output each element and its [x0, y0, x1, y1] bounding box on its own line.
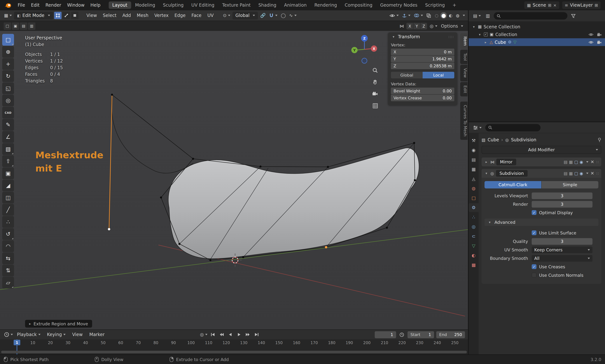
bevel-weight-field[interactable]: Bevel Weight0.00 — [391, 88, 454, 94]
tool-cad-sketcher[interactable]: CAD — [2, 107, 14, 118]
properties-tab-modifiers-icon[interactable]: ⚙ — [469, 203, 479, 212]
delete-modifier-icon[interactable]: ✕ — [591, 171, 594, 176]
transform-panel-header[interactable]: ▾ Transform ∷∷ — [388, 32, 457, 41]
display-oncage-icon[interactable]: ▦ — [569, 171, 573, 176]
expand-icon[interactable]: ▾ — [478, 33, 482, 36]
menu-window[interactable]: Window — [64, 1, 87, 9]
collection-checkbox[interactable]: ✓ — [484, 32, 488, 37]
timeline-menu-view[interactable]: View — [69, 330, 86, 338]
tool-edge-slide[interactable]: ⇆ — [2, 252, 14, 264]
vertex-z-field[interactable]: Z0.28538 m — [391, 63, 454, 69]
viewport-menu-vertex[interactable]: Vertex — [151, 12, 172, 20]
sidebar-tab-view[interactable]: View — [460, 65, 468, 81]
select-mode-extend-icon[interactable]: ▣ — [12, 22, 19, 30]
tool-bevel[interactable]: ◢ — [2, 180, 14, 191]
snap-magnet-icon[interactable] — [268, 12, 278, 19]
timeline-menu-keying[interactable]: Keying — [44, 330, 69, 338]
tool-loop-cut[interactable]: ◫ — [2, 192, 14, 204]
workspace-tab-modeling[interactable]: Modeling — [131, 1, 159, 9]
next-keyframe-button[interactable] — [244, 331, 252, 338]
catmull-clark-button[interactable]: Catmull-Clark — [484, 181, 542, 188]
snap-target-icon[interactable]: 🔗 — [259, 12, 267, 19]
snap-falloff-icon[interactable]: ◎ — [428, 22, 438, 30]
viewport-menu-uv[interactable]: UV — [205, 12, 217, 20]
properties-tab-render-icon[interactable]: ◉ — [469, 146, 479, 155]
select-mode-edge-button[interactable] — [62, 12, 70, 19]
tool-transform[interactable]: ◎ — [2, 95, 14, 106]
mirror-z-button[interactable]: Z — [420, 23, 427, 29]
space-global-button[interactable]: Global — [391, 72, 423, 78]
new-scene-icon[interactable]: ⊞ — [548, 3, 551, 8]
timeline-editor-icon[interactable] — [3, 331, 14, 338]
tool-scale[interactable]: ◱ — [2, 82, 14, 94]
display-oncage-icon[interactable]: ▦ — [569, 159, 573, 164]
display-editmode-icon[interactable]: ▤ — [564, 159, 567, 164]
tool-spin[interactable]: ↺ — [2, 228, 14, 240]
xray-toggle-icon[interactable] — [425, 12, 432, 19]
outliner-row-cube[interactable]: ▸ △ Cube ⚙ ▽ — [469, 38, 605, 46]
workspace-tab-geometry-nodes[interactable]: Geometry Nodes — [376, 1, 421, 9]
properties-tab-data-icon[interactable]: ▽ — [469, 241, 479, 250]
filter-icon[interactable] — [570, 12, 577, 20]
workspace-tab-rendering[interactable]: Rendering — [311, 1, 341, 9]
uv-smooth-dropdown[interactable]: Keep Corners — [532, 247, 592, 253]
orthographic-toggle-icon[interactable] — [371, 102, 379, 110]
transform-pivot-icon[interactable]: ⊙ — [222, 12, 231, 19]
play-button[interactable] — [235, 331, 243, 338]
disable-render-camera-icon[interactable] — [597, 40, 602, 44]
expand-icon[interactable]: ▸ — [483, 40, 488, 44]
sidebar-tab-tool[interactable]: Tool — [460, 50, 468, 64]
viewport-menu-face[interactable]: Face — [189, 12, 204, 20]
timeline-menu-marker[interactable]: Marker — [86, 330, 108, 338]
sidebar-tab-item[interactable]: Item — [460, 33, 468, 49]
panel-grip-icon[interactable]: ∷∷ — [449, 35, 454, 39]
shading-rendered-icon[interactable]: ◍ — [454, 12, 461, 19]
select-mode-subtract-icon[interactable]: ▤ — [20, 22, 27, 30]
use-limit-surface-checkbox[interactable]: ✓ — [532, 230, 536, 235]
display-render-icon[interactable]: ◉ — [579, 159, 583, 164]
timeline-ruler[interactable]: 1020304050607080901001101201301401501601… — [0, 339, 468, 354]
sidebar-tab-curves-to-mesh[interactable]: Curves To Mesh — [460, 102, 468, 140]
camera-view-icon[interactable] — [371, 90, 379, 98]
add-modifier-button[interactable]: Add Modifier — [481, 146, 601, 154]
pin-icon[interactable] — [598, 137, 601, 142]
select-mode-vertex-button[interactable] — [54, 12, 61, 19]
properties-tab-scene-icon[interactable]: ◬ — [469, 174, 479, 183]
sidebar-tab-edit[interactable]: Edit — [460, 82, 468, 96]
use-creases-checkbox[interactable]: ✓ — [532, 264, 536, 269]
tool-cursor[interactable]: ⊕ — [2, 46, 14, 58]
workspace-tab-texture-paint[interactable]: Texture Paint — [219, 1, 254, 9]
timeline-menu-playback[interactable]: Playback — [14, 330, 43, 338]
keying-set-icon[interactable] — [398, 331, 405, 338]
mirror-x-button[interactable]: X — [406, 23, 413, 29]
workspace-tab-sculpting[interactable]: Sculpting — [159, 1, 187, 9]
properties-tab-output-icon[interactable]: ▤ — [469, 155, 479, 164]
tool-poly-build[interactable]: ∴ — [2, 216, 14, 228]
display-editmode-icon[interactable]: ▤ — [564, 171, 567, 176]
workspace-tab-scripting[interactable]: Scripting — [422, 1, 449, 9]
current-frame-field[interactable]: 1 — [375, 331, 396, 338]
display-viewport-icon[interactable]: ▢ — [574, 159, 578, 164]
select-mode-face-button[interactable] — [71, 12, 78, 19]
outliner-row-collection[interactable]: ▾ ✓ ▣ Collection — [469, 31, 605, 38]
properties-tab-texture-icon[interactable]: ▩ — [469, 260, 479, 269]
modifier-name[interactable]: Mirror — [496, 159, 516, 165]
workspace-tab-uv-editing[interactable]: UV Editing — [188, 1, 218, 9]
drag-grip-icon[interactable]: ∷ — [596, 160, 599, 164]
space-local-button[interactable]: Local — [423, 72, 454, 78]
boundary-smooth-dropdown[interactable]: All — [532, 255, 592, 261]
modifier-mirror-header[interactable]: ▸ ⋈ Mirror ▤ ▦ ▢ ◉ ✕ ∷ — [481, 157, 601, 166]
display-viewport-icon[interactable]: ▢ — [574, 171, 578, 176]
modifier-subdivision-header[interactable]: ▾ ◎ Subdivision ▤ ▦ ▢ ◉ ✕ — [481, 169, 601, 178]
viewport-menu-mesh[interactable]: Mesh — [134, 12, 151, 20]
editor-type-icon[interactable]: ▦ — [3, 12, 13, 19]
properties-tab-tool-icon[interactable]: ⚒ — [469, 136, 479, 145]
options-dropdown[interactable]: Options — [440, 22, 464, 30]
menu-help[interactable]: Help — [87, 1, 104, 9]
overlays-toggle-icon[interactable] — [413, 12, 424, 19]
tool-knife[interactable]: ╱ — [2, 204, 14, 216]
tool-extrude-region[interactable]: ⇧ — [2, 155, 14, 167]
select-mode-intersect-icon[interactable]: ▥ — [28, 22, 35, 30]
quality-value[interactable]: 3 — [532, 238, 592, 245]
select-mode-new-icon[interactable]: □ — [4, 22, 11, 30]
